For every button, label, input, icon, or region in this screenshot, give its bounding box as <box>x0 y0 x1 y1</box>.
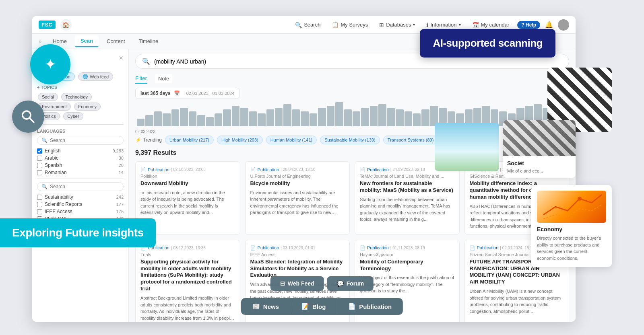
trend-high-mobility[interactable]: High Mobility (203) <box>217 136 263 144</box>
filter-close-button[interactable]: ✕ <box>119 55 124 61</box>
histogram-bar[interactable] <box>335 102 343 126</box>
exploring-future-banner: Exploring Future insights <box>0 218 156 247</box>
note-tab-btn[interactable]: Note <box>155 74 172 83</box>
languages-search[interactable]: 🔍 <box>37 136 124 145</box>
tab-content[interactable]: Content <box>101 36 131 47</box>
histogram-bar[interactable] <box>353 111 360 126</box>
help-button[interactable]: ? Help <box>517 21 540 29</box>
topic-cyber[interactable]: Cyber <box>63 112 83 120</box>
scientific-reports-checkbox[interactable] <box>37 202 42 207</box>
surveys-nav-button[interactable]: 📋 My Surveys <box>328 20 371 30</box>
histogram-bar[interactable] <box>206 117 214 126</box>
search-circle-icon <box>12 101 44 133</box>
histogram-bar[interactable] <box>232 106 239 126</box>
topic-economy[interactable]: Economy <box>74 103 101 111</box>
histogram-bar[interactable] <box>361 108 369 126</box>
language-romanian: Romanian 14 <box>37 170 124 175</box>
trend-sustainable-mobility[interactable]: Sustainable Mobility (139) <box>320 136 380 144</box>
economy-card: Economy Directly connected to the buyer'… <box>531 185 612 267</box>
article-card[interactable]: 📄 Publication | 24.09.2023, 22:18 TeMA: … <box>355 161 460 235</box>
article-source: TeMA: Journal of Land Use, Mobility and … <box>360 174 454 179</box>
topics-section-title: + Topics <box>37 85 124 90</box>
histogram-bar[interactable] <box>370 106 378 126</box>
svg-line-1 <box>29 118 34 122</box>
histogram-bar[interactable] <box>413 113 421 127</box>
histogram-bar[interactable] <box>405 111 412 126</box>
histogram-bar[interactable] <box>154 111 162 126</box>
filter-tab-active[interactable]: Filter <box>135 74 147 84</box>
english-checkbox[interactable] <box>37 148 42 154</box>
histogram-bar[interactable] <box>258 113 265 127</box>
economy-card-text: Directly connected to the buyer's abilit… <box>537 235 606 261</box>
languages-search-input[interactable] <box>50 138 119 143</box>
histogram-bar[interactable] <box>292 109 300 126</box>
histogram-bar[interactable] <box>145 115 153 126</box>
histogram-bar[interactable] <box>171 109 179 126</box>
histogram-bar[interactable] <box>240 108 248 126</box>
romanian-checkbox[interactable] <box>37 170 42 175</box>
web-feed-tab[interactable]: ⊟ Web Feed <box>270 276 324 291</box>
histogram-bar[interactable] <box>396 109 403 126</box>
ieee-checkbox[interactable] <box>37 209 42 214</box>
histogram-bar[interactable] <box>318 108 326 126</box>
news-tab[interactable]: 📰 News <box>241 298 290 315</box>
histogram-bar[interactable] <box>378 104 386 126</box>
calendar-icon: 📅 <box>472 22 479 28</box>
calendar-nav-button[interactable]: 📅 My calendar <box>469 20 513 30</box>
histogram-bar[interactable] <box>275 108 283 126</box>
home-button[interactable]: 🏠 <box>60 19 72 31</box>
histogram-bar[interactable] <box>215 113 222 127</box>
article-type: 📄 Publication | 02.01.2024, 15:13 <box>470 245 535 251</box>
article-source: Trials <box>140 252 235 257</box>
journals-search-input[interactable] <box>50 184 119 189</box>
histogram-bar[interactable] <box>266 109 274 126</box>
arabic-checkbox[interactable] <box>37 156 42 161</box>
database-icon: ⊞ <box>379 22 384 28</box>
publication-tab[interactable]: 📄 Publication <box>337 298 403 315</box>
histogram-bar[interactable] <box>163 113 170 127</box>
article-card[interactable]: 📄 Publication | 03.12.2023, 13:35 Trials… <box>135 240 240 322</box>
blog-tab[interactable]: 📝 Blog <box>290 298 337 315</box>
notifications-bell-icon[interactable]: 🔔 <box>545 21 553 29</box>
databases-nav-button[interactable]: ⊞ Databases ▾ <box>376 20 418 30</box>
histogram-bar[interactable] <box>327 106 334 126</box>
histogram-bar[interactable] <box>301 111 308 126</box>
histogram-bar[interactable] <box>310 113 317 127</box>
histogram-bar[interactable] <box>344 109 352 126</box>
information-nav-button[interactable]: ℹ Information ▾ <box>423 20 464 30</box>
tab-scan[interactable]: Scan <box>75 35 99 47</box>
article-card[interactable]: 📄 Publication | 28.04.2023, 13:10 U.Port… <box>245 161 350 235</box>
topic-social[interactable]: Social <box>38 93 58 101</box>
date-range-selector[interactable]: last 365 days 📅 02.03.2023 - 01.03.2024 <box>135 88 240 99</box>
journal-ieee-access: IEEE Access 175 <box>37 209 124 214</box>
sustainability-checkbox[interactable] <box>37 195 42 200</box>
feed-tabs-row: ⊟ Web Feed 💬 Forum <box>269 276 375 291</box>
topic-technology[interactable]: Technology <box>61 93 92 101</box>
article-type: 📄 Publication | 01.11.2023, 08:19 <box>360 245 425 251</box>
histogram-bar[interactable] <box>421 109 429 126</box>
forum-tab[interactable]: 💬 Forum <box>327 276 374 291</box>
histogram-bar[interactable] <box>189 111 196 126</box>
search-magnifier-icon <box>20 109 36 125</box>
spanish-checkbox[interactable] <box>37 163 42 168</box>
histogram-bar[interactable] <box>180 108 188 126</box>
histogram-bar[interactable] <box>197 115 205 126</box>
topic-environment[interactable]: Environment <box>38 103 71 111</box>
histogram-bar[interactable] <box>223 109 231 126</box>
user-avatar[interactable] <box>558 19 569 31</box>
main-search-input[interactable] <box>154 58 562 65</box>
trend-human-mobility[interactable]: Human Mobility (141) <box>266 136 317 144</box>
trend-urban-mobility[interactable]: Urban Mobility (217) <box>165 136 214 144</box>
article-title: MaaS Blender: Integration of Mobility Si… <box>250 259 345 279</box>
webfeed-source-tag[interactable]: 🌐 Web feed <box>78 72 113 81</box>
trend-transport-systems[interactable]: Transport Systems (89) <box>383 136 438 144</box>
search-nav-button[interactable]: 🔍 Search <box>292 20 324 30</box>
histogram-bar[interactable] <box>387 108 395 126</box>
tab-timeline[interactable]: Timeline <box>133 36 164 47</box>
histogram-bar[interactable] <box>249 111 257 126</box>
histogram-bar[interactable] <box>137 119 144 126</box>
histogram-bar[interactable] <box>283 104 291 126</box>
search-icon-languages: 🔍 <box>41 138 47 143</box>
article-excerpt: Abstract Background Limited mobility in … <box>140 295 235 321</box>
journals-search[interactable]: 🔍 <box>37 182 124 191</box>
